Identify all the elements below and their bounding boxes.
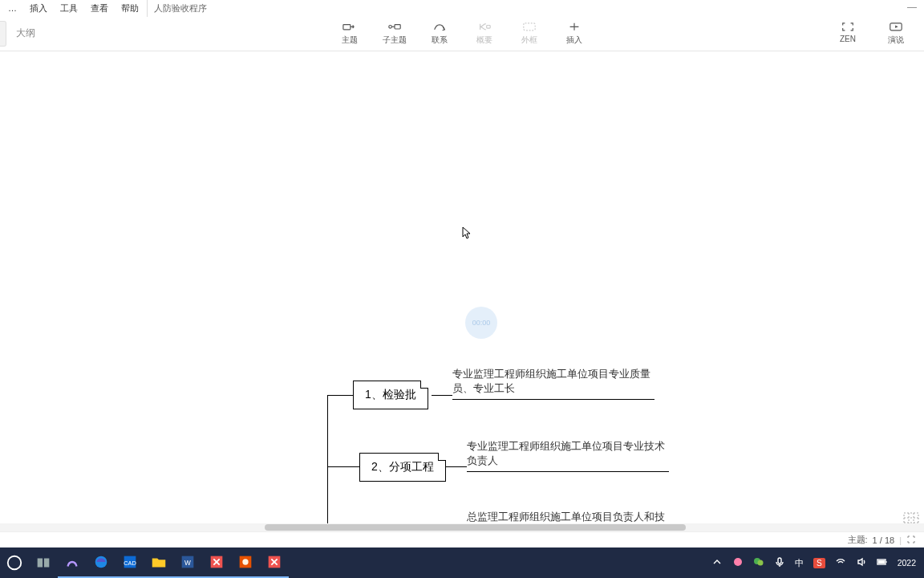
svg-point-19	[734, 558, 742, 566]
topic-icon	[342, 21, 357, 32]
menu-file[interactable]: …	[2, 1, 23, 15]
window-minimize-button[interactable]: —	[905, 2, 919, 13]
taskbar-app-xmind-1[interactable]	[202, 547, 231, 578]
taskbar: CAD W 中 S 2022	[0, 547, 924, 578]
relation-label: 联系	[432, 35, 448, 46]
node-label: 2、分项工程	[371, 460, 434, 473]
clock-date: 2022	[898, 559, 916, 568]
zoom-fit-icon[interactable]	[906, 535, 916, 546]
subtopic-icon	[387, 21, 402, 32]
tray-ime-lang[interactable]: 中	[795, 557, 804, 569]
status-separator: |	[899, 535, 902, 545]
relation-button[interactable]: 联系	[428, 21, 452, 46]
menu-view[interactable]: 查看	[84, 0, 115, 17]
svg-rect-9	[44, 559, 49, 568]
connector	[327, 395, 328, 523]
tray-chevron-icon[interactable]	[711, 556, 723, 569]
summary-label: 概要	[476, 35, 492, 46]
summary-icon	[477, 21, 492, 32]
taskbar-app-edge[interactable]	[87, 547, 116, 578]
node-fold-icon	[438, 453, 446, 461]
taskbar-clock[interactable]: 2022	[898, 559, 916, 568]
taskbar-app-wps[interactable]	[231, 547, 260, 578]
svg-rect-0	[343, 24, 351, 29]
connector	[446, 466, 467, 467]
svg-point-7	[8, 556, 22, 570]
node-inspection-batch-detail[interactable]: 专业监理工程师组织施工单位项目专业质量员、专业工长	[452, 368, 654, 400]
node-label: 1、检验批	[365, 388, 416, 401]
node-fold-icon	[420, 381, 428, 389]
tray-wechat-icon[interactable]	[753, 556, 764, 569]
subtopic-button[interactable]: 子主题	[383, 21, 407, 46]
boundary-label: 外框	[521, 35, 537, 46]
svg-rect-8	[38, 559, 43, 568]
toolbar: 大纲 主题 子主题 联系 概要 外框 插入 ZEN	[0, 16, 924, 51]
topic-button[interactable]: 主题	[338, 21, 362, 46]
menu-insert[interactable]: 插入	[23, 0, 54, 17]
svg-rect-2	[395, 24, 400, 28]
view-tab-mindmap[interactable]	[0, 21, 6, 47]
horizontal-scrollbar[interactable]	[0, 523, 924, 531]
status-topic-label: 主题:	[848, 534, 868, 546]
document-title: 人防验收程序	[147, 0, 213, 17]
svg-rect-25	[878, 560, 885, 564]
start-button[interactable]	[0, 547, 29, 578]
svg-text:W: W	[184, 560, 191, 567]
svg-rect-22	[778, 558, 781, 564]
scrollbar-thumb[interactable]	[265, 524, 686, 531]
menu-help[interactable]: 帮助	[115, 0, 145, 17]
insert-button[interactable]: 插入	[562, 21, 586, 46]
status-bar: 主题: 1 / 18 |	[0, 531, 924, 547]
menu-bar: … 插入 工具 查看 帮助 人防验收程序 —	[0, 0, 924, 16]
topic-label: 主题	[342, 35, 358, 46]
connector	[432, 395, 452, 396]
boundary-button: 外框	[517, 21, 541, 46]
svg-rect-3	[487, 25, 490, 28]
taskbar-app-1[interactable]	[58, 547, 87, 578]
status-topic-count: 1 / 18	[873, 535, 895, 545]
zen-label: ZEN	[840, 35, 856, 43]
subtopic-label: 子主题	[383, 35, 407, 46]
zen-button[interactable]: ZEN	[836, 21, 860, 46]
node-sub-project[interactable]: 2、分项工程	[359, 453, 446, 482]
tray-wifi-icon[interactable]	[835, 556, 846, 569]
svg-text:CAD: CAD	[124, 560, 136, 567]
present-button[interactable]: 演说	[884, 21, 908, 46]
play-icon	[889, 21, 903, 32]
canvas[interactable]: 00:00 1、检验批 专业监理工程师组织施工单位项目专业质量员、专业工长 2、…	[0, 51, 924, 531]
node-inspection-batch[interactable]: 1、检验批	[353, 381, 428, 409]
taskbar-app-word[interactable]: W	[173, 547, 202, 578]
taskbar-app-cad[interactable]: CAD	[116, 547, 144, 578]
connector	[327, 395, 353, 396]
timer-watermark: 00:00	[465, 307, 497, 339]
boundary-icon	[522, 21, 537, 32]
svg-point-17	[242, 559, 248, 564]
svg-rect-4	[524, 23, 535, 31]
view-tab-outline[interactable]: 大纲	[11, 22, 40, 45]
taskbar-app-explorer[interactable]	[144, 547, 173, 578]
svg-point-1	[389, 25, 392, 28]
node-sub-project-detail[interactable]: 专业监理工程师组织施工单位项目专业技术负责人	[467, 440, 669, 472]
svg-point-21	[757, 560, 763, 566]
insert-label: 插入	[566, 35, 582, 46]
tray-app-icon[interactable]	[732, 556, 744, 569]
svg-rect-24	[886, 561, 887, 563]
connector	[327, 466, 359, 467]
tray-volume-icon[interactable]	[856, 556, 867, 569]
cursor-icon	[462, 226, 472, 242]
menu-tools[interactable]: 工具	[54, 0, 84, 17]
tray-battery-icon[interactable]	[877, 556, 888, 569]
plus-icon	[567, 21, 582, 32]
fullscreen-icon	[841, 21, 855, 32]
present-label: 演说	[888, 35, 904, 46]
summary-button: 概要	[472, 21, 496, 46]
taskbar-app-xmind-2[interactable]	[260, 547, 289, 578]
task-view-button[interactable]	[29, 547, 58, 578]
relation-icon	[432, 21, 447, 32]
tray-mic-icon[interactable]	[774, 556, 785, 569]
tray-ime-badge[interactable]: S	[813, 558, 825, 568]
